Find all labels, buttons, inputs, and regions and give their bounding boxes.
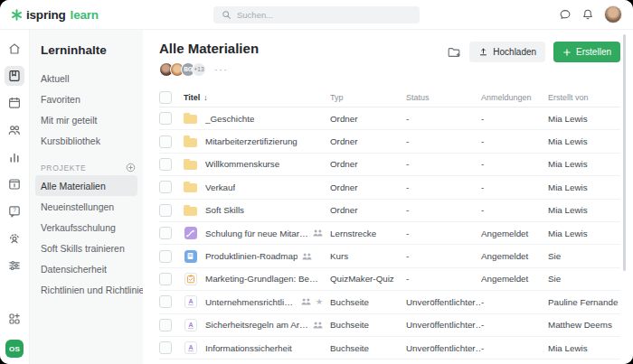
notifications-bell-icon[interactable] [581,8,594,21]
folder-icon [184,138,197,147]
shared-icon [301,298,311,305]
collaborator-count-badge[interactable]: +13 [192,62,206,77]
sidebar-project-datensicherheit[interactable]: Datensicherheit [35,258,137,279]
sidebar-project-neueinstellungen[interactable]: Neueinstellungen [35,196,137,217]
cell-enrollments: - [481,159,548,169]
sidebar-title: Lerninhalte [41,43,134,57]
cell-enrollments: - [481,205,548,215]
rail-settings-icon[interactable] [5,256,24,275]
svg-text:A: A [188,298,193,304]
header-creator[interactable]: Erstellt von [548,93,620,102]
cell-title[interactable]: Willkommenskurse [205,159,330,169]
table-row[interactable]: Marketing-Grundlagen: Bewertung 01QuizMa… [159,268,620,291]
table-row[interactable]: MitarbeiterzertifizierungOrdner--Mia Lew… [159,130,620,153]
cell-enrollments: - [481,320,548,330]
table-row[interactable]: VerkaufOrdner--Mia Lewis [159,176,620,199]
main-content: Alle Materialien BG+13 ··· Hochladen [143,30,633,364]
cell-title[interactable]: Mitarbeiterzertifizierung [205,136,330,146]
sidebar-project-richtlinien-und-richtlinien[interactable]: Richtlinien und Richtlinien [35,279,137,300]
sidebar-item-aktuell[interactable]: Aktuell [35,68,137,89]
cell-title[interactable]: Sicherheitsregeln am Arbeitsplatz [205,320,330,330]
sidebar-item-favoriten[interactable]: Favoriten [35,89,137,109]
vertical-scrollbar[interactable] [623,34,626,271]
more-options-icon[interactable]: ··· [214,65,229,74]
select-all-checkbox[interactable] [159,91,172,104]
row-checkbox[interactable] [159,319,172,331]
upload-button[interactable]: Hochladen [469,42,545,62]
course-icon [184,250,197,263]
rail-reports-icon[interactable] [5,147,24,167]
cell-type: Kurs [330,251,406,261]
row-checkbox[interactable] [159,341,172,354]
user-avatar[interactable] [604,5,622,23]
table-row[interactable]: Schulung für neue MitarbeiterLernstrecke… [159,222,620,245]
rail-calendar-icon[interactable] [5,93,24,113]
top-bar: ispringlearn Suchen... [0,0,633,30]
cell-title[interactable]: Unternehmensrichtlinie zur Daten…★ [205,297,330,307]
table-row[interactable]: Produktlinien-RoadmapKurs-AngemeldetSie [159,245,620,267]
search-input[interactable]: Suchen... [213,6,420,23]
cell-type: QuizMaker-Quiz [330,274,406,284]
sidebar-project-verkaufsschulung[interactable]: Verkaufsschulung [35,217,137,238]
table-row[interactable]: ABelästigungstraining 2020★BuchseiteVerö… [159,359,620,364]
row-checkbox[interactable] [159,112,172,125]
cell-status: - [406,205,481,215]
table-row[interactable]: ASicherheitsregeln am ArbeitsplatzBuchse… [159,314,620,337]
sidebar-project-soft-skills-trainieren[interactable]: Soft Skills trainieren [35,238,137,258]
cell-title[interactable]: Marketing-Grundlagen: Bewertung 01 [205,274,330,284]
create-button[interactable]: Erstellen [553,42,620,62]
cell-title[interactable]: Soft Skills [205,205,330,215]
table-row[interactable]: WillkommenskurseOrdner--Mia Lewis [159,154,620,176]
cell-title[interactable]: Produktlinien-Roadmap [205,251,330,261]
avatar-stack[interactable]: BG+13 [159,62,203,77]
header-title[interactable]: Titel ↓ [184,93,330,102]
row-checkbox[interactable] [159,158,172,171]
cell-enrollments: - [481,297,548,307]
cell-enrollments: - [481,114,548,124]
table-row[interactable]: Soft SkillsOrdner--Mia Lewis [159,200,620,222]
folder-icon [184,115,197,124]
rail-help-icon[interactable]: ? [5,201,24,221]
cell-title[interactable]: Verkauf [205,182,330,192]
row-checkbox[interactable] [159,181,172,193]
header-enrollments[interactable]: Anmeldungen [481,93,548,102]
ispring-learn-logo[interactable]: ispringlearn [11,8,99,22]
logo-mark-icon [11,9,23,21]
row-checkbox[interactable] [159,135,172,148]
cell-title[interactable]: _Geschichte [205,114,330,124]
header-status[interactable]: Status [406,93,481,102]
rail-home-icon[interactable] [5,39,24,59]
table-row[interactable]: AInformationssicherheitBuchseiteUnveröff… [159,337,620,359]
new-folder-icon[interactable] [447,45,461,60]
rail-apps-icon[interactable] [5,309,24,329]
svg-text:?: ? [13,207,16,213]
row-checkbox[interactable] [159,204,172,217]
table-row[interactable]: _GeschichteOrdner--Mia Lewis [159,107,620,130]
cell-title[interactable]: Schulung für neue Mitarbeiter [205,229,330,238]
table-row[interactable]: AUnternehmensrichtlinie zur Daten…★Buchs… [159,291,620,313]
row-checkbox[interactable] [159,295,172,308]
star-icon: ★ [316,298,323,306]
app-window: ispringlearn Suchen... ?OS Lerninhalte A… [0,0,633,364]
cell-creator: Mia Lewis [548,182,620,192]
sidebar-item-kursbibliothek[interactable]: Kursbibliothek [35,130,137,151]
row-checkbox[interactable] [159,250,172,263]
messages-icon[interactable] [559,8,572,21]
row-checkbox[interactable] [159,227,172,239]
cell-type: Buchseite [330,343,406,353]
rail-learning-content-icon[interactable] [5,66,24,86]
rail-people-icon[interactable] [5,120,24,140]
cell-creator: Matthew Deems [548,320,620,330]
cell-creator: Mia Lewis [548,205,620,215]
sidebar-project-alle-materialien[interactable]: Alle Materialien [35,175,137,196]
add-project-icon[interactable] [126,163,136,173]
row-checkbox[interactable] [159,273,172,285]
rail-kiosk-icon[interactable] [5,174,24,194]
shared-icon [302,253,312,260]
icon-rail: ?OS [0,30,30,364]
rail-webinars-icon[interactable] [5,229,24,248]
cell-title[interactable]: Informationssicherheit [205,343,330,353]
cell-creator: Sie [548,274,620,284]
sidebar-item-mit-mir-geteilt[interactable]: Mit mir geteilt [35,109,137,130]
header-type[interactable]: Typ [330,93,406,102]
